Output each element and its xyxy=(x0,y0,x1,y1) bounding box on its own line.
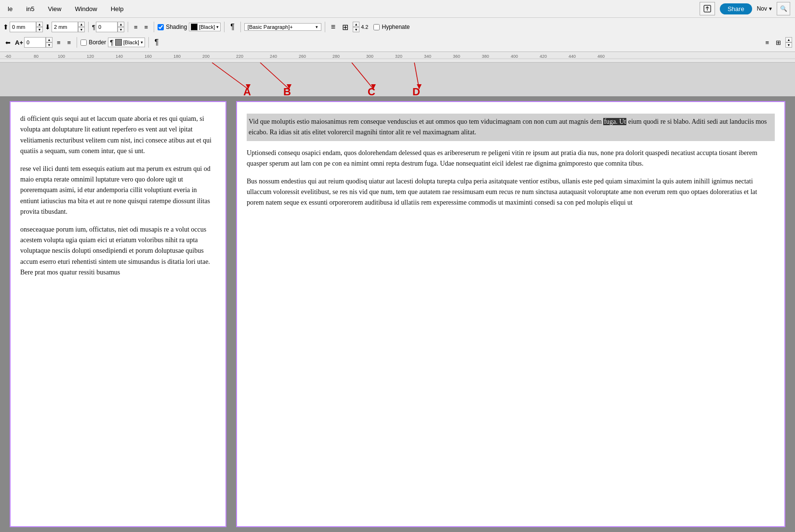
hyphenate-checkbox[interactable] xyxy=(373,24,380,30)
right-page-text: Vid que moluptis estio maiosanimus rem c… xyxy=(247,114,775,208)
right-para-1: Vid que moluptis estio maiosanimus rem c… xyxy=(247,114,775,141)
svg-text:100: 100 xyxy=(58,54,65,59)
svg-text:140: 140 xyxy=(116,54,123,59)
border-color-arrow: ▾ xyxy=(141,40,143,45)
border-paragraph-icon: ¶ xyxy=(110,39,114,46)
svg-line-24 xyxy=(212,63,248,89)
menu-le[interactable]: le xyxy=(5,4,15,13)
paragraph-style-group[interactable]: [Basic Paragraph]+ ▾ xyxy=(244,23,321,31)
list-bullet-icon: ≡ xyxy=(134,24,138,31)
border-checkbox[interactable] xyxy=(80,39,87,46)
align-left-icon: ≡ xyxy=(331,23,335,31)
svg-text:120: 120 xyxy=(87,54,94,59)
val2-up[interactable]: ▲ xyxy=(46,37,53,42)
grid2-btn[interactable]: ⊞ xyxy=(773,37,783,48)
svg-text:280: 280 xyxy=(332,54,340,59)
svg-text:400: 400 xyxy=(511,54,518,59)
annotation-area: A B C D xyxy=(0,63,795,96)
hyphenate-text: Hyphenate xyxy=(382,24,410,30)
left-para-3: onseceaquae porum ium, offictatus, niet … xyxy=(20,224,216,278)
space-after-up[interactable]: ▲ xyxy=(78,22,85,27)
svg-text:B: B xyxy=(283,86,291,96)
month-label: Nov xyxy=(757,5,767,12)
paragraph-style-arrow: ▾ xyxy=(316,25,318,29)
list2-btn[interactable]: ≡ xyxy=(54,37,63,48)
svg-line-26 xyxy=(260,63,289,89)
val1-up[interactable]: ▲ xyxy=(118,22,124,27)
right-spinner2-up[interactable]: ▲ xyxy=(785,37,792,42)
left-para-1: di officient quis sequi aut et laccum qu… xyxy=(20,114,216,157)
sep4 xyxy=(224,22,225,32)
svg-text:-60: -60 xyxy=(5,54,11,59)
align-left-btn[interactable]: ≡ xyxy=(329,21,338,33)
svg-text:220: 220 xyxy=(236,54,243,59)
search-btn[interactable]: 🔍 xyxy=(777,2,790,15)
val1-down[interactable]: ▼ xyxy=(118,27,124,32)
menu-help[interactable]: Help xyxy=(108,4,127,13)
space-before-spinner: ▲ ▼ xyxy=(36,22,43,32)
right-page: Vid que moluptis estio maiosanimus rem c… xyxy=(236,101,785,527)
arrows-svg: A B C D xyxy=(0,63,795,96)
border-color-swatch xyxy=(115,39,122,46)
menu-view[interactable]: View xyxy=(45,4,64,13)
list-numbered-icon: ≡ xyxy=(145,24,148,31)
list-bullet-btn[interactable]: ≡ xyxy=(132,21,140,33)
menu-in5[interactable]: in5 xyxy=(23,4,37,13)
right-val: 4.2 xyxy=(359,24,370,30)
ruler-svg: -60 80 100 120 140 160 180 200 220 240 2… xyxy=(0,52,795,62)
list-numbered-btn[interactable]: ≡ xyxy=(142,21,151,33)
svg-text:260: 260 xyxy=(299,54,306,59)
month-nav[interactable]: Nov ▾ xyxy=(757,5,772,12)
shading-checkbox[interactable] xyxy=(158,24,164,30)
list-icon: ¶ xyxy=(92,24,95,31)
hyphenate-label[interactable]: Hyphenate xyxy=(373,24,410,30)
align-right-icon: ≡ xyxy=(765,39,769,46)
space-before-icon: ⬆ xyxy=(3,23,9,31)
space-before-input[interactable] xyxy=(10,22,36,32)
shading-color-group[interactable]: [Black] ▾ xyxy=(189,23,221,31)
space-before-down[interactable]: ▼ xyxy=(36,27,43,32)
value1-input[interactable] xyxy=(96,22,118,32)
space-after-down[interactable]: ▼ xyxy=(78,27,85,32)
right-spinner2-down[interactable]: ▼ xyxy=(785,42,792,48)
right-para-2: Uptionsedi consequ osapici endam, quos d… xyxy=(247,148,775,169)
upload-icon-btn[interactable] xyxy=(700,2,715,15)
toolbar-row-2: ⬅ A+ ▲ ▼ ≡ ≡ xyxy=(3,35,792,50)
list2-icon: ≡ xyxy=(57,39,61,46)
show-hidden-btn[interactable]: ¶ xyxy=(152,37,161,48)
shading-color-label: [Black] xyxy=(199,24,215,30)
paragraph-btn[interactable]: ¶ xyxy=(228,21,237,33)
space-after-spinner: ▲ ▼ xyxy=(78,22,85,32)
grid2-icon: ⊞ xyxy=(776,39,781,46)
list3-icon: ≡ xyxy=(67,39,71,46)
space-after-group: ⬇ ▲ ▼ xyxy=(45,22,85,32)
indent-left-icon: ⬅ xyxy=(5,39,11,46)
size-icon: A+ xyxy=(15,39,23,46)
shading-label[interactable]: Shading xyxy=(158,24,187,30)
svg-text:320: 320 xyxy=(395,54,402,59)
border-text: Border xyxy=(89,39,106,46)
svg-text:160: 160 xyxy=(145,54,152,59)
border-color-group[interactable]: ¶ [Black] ▾ xyxy=(108,38,145,47)
space-after-input[interactable] xyxy=(52,22,78,32)
align-right-btn[interactable]: ≡ xyxy=(763,37,771,48)
border-label[interactable]: Border xyxy=(80,39,106,46)
val2-down[interactable]: ▼ xyxy=(46,42,53,48)
svg-text:240: 240 xyxy=(270,54,277,59)
right-spinner-down[interactable]: ▼ xyxy=(353,27,359,32)
value2-group: A+ ▲ ▼ xyxy=(15,37,53,48)
svg-line-28 xyxy=(352,63,373,89)
show-hidden-icon: ¶ xyxy=(155,38,159,47)
columns-btn[interactable]: ⊞ xyxy=(340,21,351,33)
list3-btn[interactable]: ≡ xyxy=(65,37,74,48)
share-button[interactable]: Share xyxy=(720,3,752,14)
indent-left-btn[interactable]: ⬅ xyxy=(3,37,13,48)
right-spinner-up[interactable]: ▲ xyxy=(353,22,359,27)
space-after-icon: ⬇ xyxy=(45,23,51,31)
menu-window[interactable]: Window xyxy=(72,4,100,13)
sep5 xyxy=(240,22,241,32)
svg-text:D: D xyxy=(412,86,420,96)
value2-input[interactable] xyxy=(24,37,46,48)
border-color-label: [Black] xyxy=(123,39,139,45)
space-before-up[interactable]: ▲ xyxy=(36,22,43,27)
